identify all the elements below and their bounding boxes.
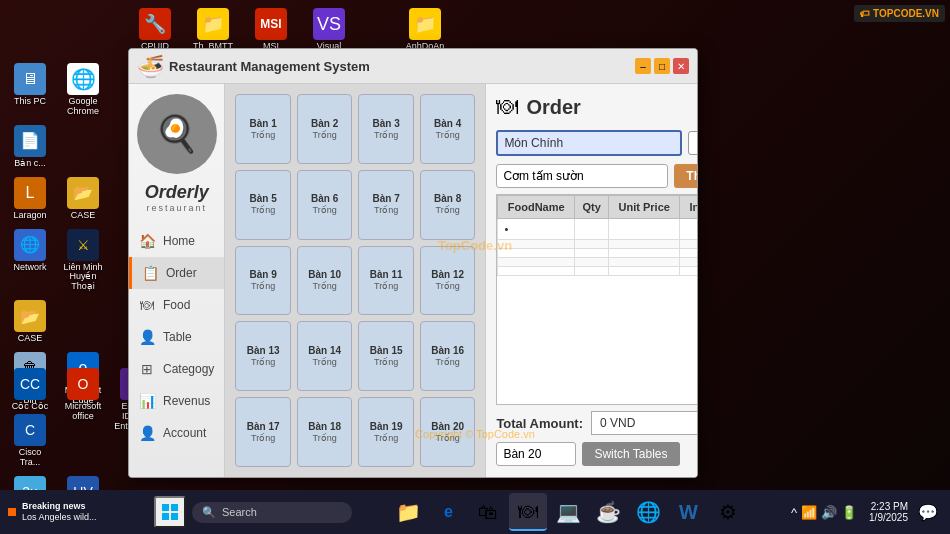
table-btn-14[interactable]: Bàn 14Trống (297, 321, 353, 391)
desktop-icon-case[interactable]: 📂 CASE (58, 174, 108, 224)
table-btn-20[interactable]: Bàn 20Trống (420, 397, 476, 467)
window-logo: 🍜 (137, 54, 161, 78)
desktop-icon-msoffice[interactable]: O Microsoft office (58, 365, 108, 435)
sidebar-item-order[interactable]: 📋 Order (129, 257, 224, 289)
desktop-icon-ultraviewer[interactable]: UV UltraViewer (58, 473, 108, 490)
search-label: Search (222, 506, 257, 518)
taskbar-app-edge[interactable]: e (429, 493, 467, 531)
revenue-icon: 📊 (139, 393, 155, 409)
taskbar-app-netbeans[interactable]: ☕ (589, 493, 627, 531)
table-btn-1[interactable]: Bàn 1Trống (235, 94, 291, 164)
window-body: 🍳 Orderly restaurant 🏠 Home 📋 Order (129, 84, 697, 477)
tray-arrow[interactable]: ^ (791, 505, 797, 520)
food-select[interactable]: Cơm tấm sườn Phở bò Bún bò Huế (496, 164, 668, 188)
sidebar-nav: 🏠 Home 📋 Order 🍽 Food 👤 Table (129, 225, 224, 449)
table-btn-15[interactable]: Bàn 15Trống (358, 321, 414, 391)
taskbar-app-orderly[interactable]: 🍽 (509, 493, 547, 531)
col-foodname: FoodName (498, 196, 575, 219)
table-btn-17[interactable]: Bàn 17Trống (235, 397, 291, 467)
order-category-row: Món Chính Đồ Uống Tráng Miệng ▲ ▼ (496, 130, 698, 156)
start-button[interactable] (154, 496, 186, 528)
close-button[interactable]: ✕ (673, 58, 689, 74)
tray-wifi[interactable]: 📶 (801, 505, 817, 520)
desktop-icon-coccoc[interactable]: CC Cốc Cốc (5, 365, 55, 435)
home-icon: 🏠 (139, 233, 155, 249)
table-btn-6[interactable]: Bàn 6Trống (297, 170, 353, 240)
maximize-button[interactable]: □ (654, 58, 670, 74)
add-food-button[interactable]: Thêm món (674, 164, 698, 188)
taskbar-app-vscode[interactable]: 💻 (549, 493, 587, 531)
col-intomoney: Into Money (680, 196, 698, 219)
table-btn-8[interactable]: Bàn 8Trống (420, 170, 476, 240)
news-ticker: Breaking news Los Angeles wild... (8, 501, 148, 523)
table-row-2 (498, 249, 698, 258)
clock-time: 2:23 PM (869, 501, 908, 512)
table-btn-7[interactable]: Bàn 7Trống (358, 170, 414, 240)
desktop-icon-laragon[interactable]: L Laragon (5, 174, 55, 224)
chrome-taskbar-icon: 🌐 (636, 500, 661, 524)
vscode-icon: 💻 (556, 500, 581, 524)
desktop-icon-chrome[interactable]: 🌐 Google Chrome (58, 60, 108, 120)
tray-volume[interactable]: 🔊 (821, 505, 837, 520)
tray-clock[interactable]: 2:23 PM 1/9/2025 (869, 501, 908, 523)
table-btn-16[interactable]: Bàn 16Trống (420, 321, 476, 391)
table-select-bottom[interactable]: Bàn 1Bàn 2Bàn 3 Bàn 4Bàn 5Bàn 6 Bàn 7Bàn… (496, 442, 576, 466)
taskbar-app-extra[interactable]: ⚙ (709, 493, 747, 531)
sidebar-item-revenue[interactable]: 📊 Revenus (129, 385, 224, 417)
desktop-icon-case2[interactable]: 📂 CASE (5, 297, 55, 347)
taskbar-apps: 📁 e 🛍 🍽 💻 ☕ 🌐 W ⚙ (358, 493, 779, 531)
taskbar-search[interactable]: 🔍 Search (192, 502, 352, 523)
taskbar-app-word[interactable]: W (669, 493, 707, 531)
brand-name: Orderly (145, 182, 209, 203)
switch-tables-button[interactable]: Switch Tables (582, 442, 679, 466)
table-btn-11[interactable]: Bàn 11Trống (358, 246, 414, 316)
category-select[interactable]: Món Chính Đồ Uống Tráng Miệng (496, 130, 682, 156)
order-panel: 🍽 Order Món Chính Đồ Uống Tráng Miệng (485, 84, 698, 477)
sidebar-item-label: Order (166, 266, 197, 280)
taskbar-app-store[interactable]: 🛍 (469, 493, 507, 531)
sidebar-item-label: Revenus (163, 394, 210, 408)
desktop-icon-pc[interactable]: 🖥 This PC (5, 60, 55, 120)
order-food-row: Cơm tấm sườn Phở bò Bún bò Huế Thêm món (496, 164, 698, 188)
window-title: Restaurant Management System (169, 59, 635, 74)
quantity-input[interactable] (688, 131, 698, 155)
table-btn-18[interactable]: Bàn 18Trống (297, 397, 353, 467)
tables-grid: Bàn 1Trống Bàn 2Trống Bàn 3Trống Bàn 4Tr… (225, 84, 485, 477)
minimize-button[interactable]: – (635, 58, 651, 74)
desktop-icon-ban[interactable]: 📄 Bản c... (5, 122, 55, 172)
explorer-icon: 📁 (396, 500, 421, 524)
table-icon: 👤 (139, 329, 155, 345)
svg-rect-0 (162, 504, 169, 511)
order-items-table: FoodName Qty Unit Price Into Money • (497, 195, 698, 276)
desktop-icon-lm[interactable]: ⚔ Liên Minh Huyền Thoại (58, 226, 108, 296)
desktop-icon-network[interactable]: 🌐 Network (5, 226, 55, 296)
sidebar-item-account[interactable]: 👤 Account (129, 417, 224, 449)
table-btn-9[interactable]: Bàn 9Trống (235, 246, 291, 316)
taskbar-app-explorer[interactable]: 📁 (389, 493, 427, 531)
topcode-text: TOPCODE.VN (873, 8, 939, 19)
table-btn-4[interactable]: Bàn 4Trống (420, 94, 476, 164)
tray-battery[interactable]: 🔋 (841, 505, 857, 520)
total-row: Total Amount: (496, 411, 698, 435)
sidebar-item-food[interactable]: 🍽 Food (129, 289, 224, 321)
table-btn-2[interactable]: Bàn 2Trống (297, 94, 353, 164)
table-row-3 (498, 258, 698, 267)
desktop: 🏷 TOPCODE.VN 🔧 CPUID HWMonitor 📁 Th_BMTT… (0, 0, 950, 490)
notification-icon[interactable]: 💬 (914, 503, 942, 522)
table-btn-12[interactable]: Bàn 12Trống (420, 246, 476, 316)
window-titlebar: 🍜 Restaurant Management System – □ ✕ (129, 49, 697, 84)
desktop-icon-3utools[interactable]: 3u 3uTools|32b... (5, 473, 55, 490)
table-btn-19[interactable]: Bàn 19Trống (358, 397, 414, 467)
sidebar-item-home[interactable]: 🏠 Home (129, 225, 224, 257)
table-btn-5[interactable]: Bàn 5Trống (235, 170, 291, 240)
word-icon: W (679, 501, 698, 524)
table-btn-3[interactable]: Bàn 3Trống (358, 94, 414, 164)
table-btn-13[interactable]: Bàn 13Trống (235, 321, 291, 391)
news-dot (8, 508, 16, 516)
sidebar-item-category[interactable]: ⊞ Categogy (129, 353, 224, 385)
orderly-taskbar-icon: 🍽 (518, 500, 538, 523)
sidebar-item-table[interactable]: 👤 Table (129, 321, 224, 353)
table-btn-10[interactable]: Bàn 10Trống (297, 246, 353, 316)
quantity-wrapper: ▲ ▼ (688, 131, 698, 155)
taskbar-app-chrome[interactable]: 🌐 (629, 493, 667, 531)
